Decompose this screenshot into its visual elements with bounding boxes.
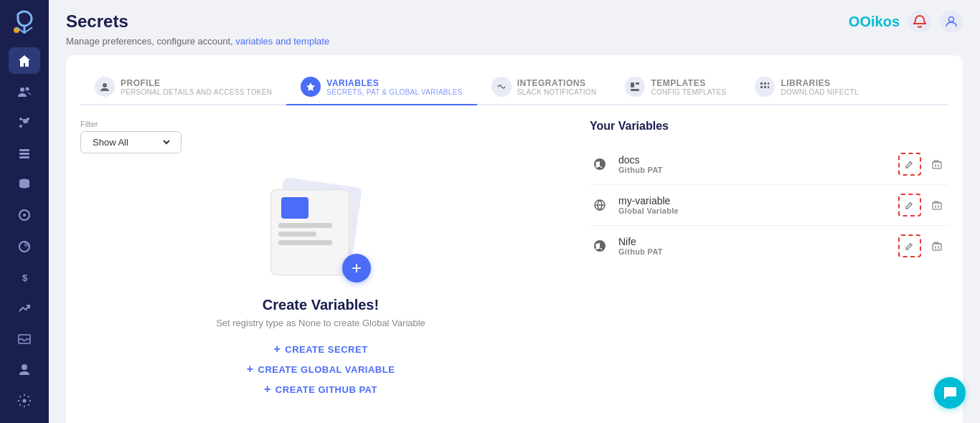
filter-select-wrapper[interactable]: Show All Secrets Global Variables Github… xyxy=(80,131,182,153)
user-avatar[interactable] xyxy=(940,10,963,33)
tab-variables[interactable]: VARIABLES SECRETS, PAT & GLOBAL VARIABLE… xyxy=(286,70,476,105)
sidebar-item-git[interactable] xyxy=(9,109,40,136)
sidebar-item-home[interactable] xyxy=(9,47,40,74)
sidebar-item-dollar[interactable]: $ xyxy=(9,264,40,290)
create-secret-button[interactable]: + CREATE SECRET xyxy=(273,343,367,356)
create-global-label: CREATE GLOBAL VARIABLE xyxy=(258,364,395,375)
svg-rect-26 xyxy=(768,86,769,88)
tab-libraries-label: LIBRARIES xyxy=(781,78,858,88)
tab-profile-label: PROFILE xyxy=(121,78,272,88)
svg-rect-30 xyxy=(933,203,941,209)
svg-point-16 xyxy=(103,83,107,87)
sidebar: $ xyxy=(0,0,49,423)
page-title: Secrets xyxy=(66,11,128,32)
subtitle-link[interactable]: variables and template xyxy=(235,36,329,47)
filter-label: Filter xyxy=(80,120,182,128)
plus-icon-secret: + xyxy=(273,343,281,356)
svg-point-14 xyxy=(23,399,27,403)
doc-illustration: + xyxy=(263,182,378,282)
variable-type-docs: Github PAT xyxy=(618,166,898,174)
brand-o: O xyxy=(849,14,860,29)
sidebar-item-trending[interactable] xyxy=(9,295,40,321)
main-card: PROFILE PERSONAL DETAILS AND ACCESS TOKE… xyxy=(66,55,963,423)
svg-rect-23 xyxy=(768,82,769,85)
sidebar-item-layers[interactable] xyxy=(9,141,40,167)
svg-rect-24 xyxy=(760,86,763,88)
tab-variables-icon xyxy=(301,77,321,97)
variable-item-docs: docs Github PAT xyxy=(590,144,948,185)
sidebar-item-users[interactable] xyxy=(9,357,40,384)
sidebar-item-database[interactable] xyxy=(9,171,40,198)
plus-icon-github: + xyxy=(264,383,271,396)
svg-rect-32 xyxy=(933,244,941,250)
logo[interactable] xyxy=(9,9,39,36)
svg-point-5 xyxy=(19,125,22,128)
variable-name-my-variable: my-variable xyxy=(618,195,898,206)
tab-libraries-icon xyxy=(755,77,775,97)
create-github-pat-button[interactable]: + CREATE GITHUB PAT xyxy=(264,383,377,396)
notification-bell[interactable] xyxy=(908,10,931,33)
plus-icon-global: + xyxy=(247,363,254,376)
tab-variables-label: VARIABLES xyxy=(326,78,462,88)
doc-line-2 xyxy=(278,232,316,237)
svg-rect-25 xyxy=(764,86,766,88)
filter-group: Filter Show All Secrets Global Variables… xyxy=(80,120,182,153)
edit-button-my-variable[interactable] xyxy=(898,194,921,217)
svg-rect-6 xyxy=(19,149,29,151)
tab-profile-icon xyxy=(95,77,115,97)
variable-name-nife: Nife xyxy=(618,236,898,247)
tab-templates-icon xyxy=(625,77,645,97)
sidebar-item-location[interactable] xyxy=(9,202,40,229)
plus-circle-icon: + xyxy=(342,254,371,282)
create-title: Create Variables! xyxy=(263,297,379,313)
tab-profile-sub: PERSONAL DETAILS AND ACCESS TOKEN xyxy=(121,88,272,96)
tab-libraries[interactable]: LIBRARIES DOWNLOAD NIFECTL xyxy=(740,70,872,105)
svg-rect-21 xyxy=(760,82,763,85)
doc-front xyxy=(270,189,349,275)
github-icon-docs xyxy=(590,154,610,174)
create-github-label: CREATE GITHUB PAT xyxy=(275,384,377,395)
sidebar-item-chart[interactable] xyxy=(9,233,40,260)
tab-templates[interactable]: TEMPLATES CONFIG TEMPLATES xyxy=(611,70,740,105)
delete-button-docs[interactable] xyxy=(925,153,948,176)
variable-item-my-variable: my-variable Global Variable xyxy=(590,185,948,226)
doc-blue-rect xyxy=(281,197,308,219)
left-panel: Filter Show All Secrets Global Variables… xyxy=(80,120,561,417)
tab-integrations-icon xyxy=(491,77,512,97)
tab-integrations[interactable]: INTEGRATIONS SLACK NOTIFICATION xyxy=(477,70,611,105)
tab-profile[interactable]: PROFILE PERSONAL DETAILS AND ACCESS TOKE… xyxy=(80,70,286,105)
svg-text:$: $ xyxy=(22,272,28,283)
sidebar-item-inbox[interactable] xyxy=(9,326,40,353)
github-icon-nife xyxy=(590,236,610,256)
tab-integrations-label: INTEGRATIONS xyxy=(517,78,597,88)
content-layout: Filter Show All Secrets Global Variables… xyxy=(80,120,948,417)
doc-line-3 xyxy=(278,240,332,245)
variable-type-my-variable: Global Variable xyxy=(618,206,898,215)
create-secret-label: CREATE SECRET xyxy=(285,344,367,355)
tab-templates-sub: CONFIG TEMPLATES xyxy=(651,88,726,96)
header-right: OOikos xyxy=(849,10,963,33)
svg-rect-18 xyxy=(631,82,634,87)
page-body: PROFILE PERSONAL DETAILS AND ACCESS TOKE… xyxy=(49,55,980,423)
chat-bubble[interactable] xyxy=(934,377,966,409)
sidebar-item-settings[interactable] xyxy=(9,388,40,414)
svg-rect-7 xyxy=(19,153,29,155)
tabs-bar: PROFILE PERSONAL DETAILS AND ACCESS TOKE… xyxy=(80,70,948,105)
edit-button-nife[interactable] xyxy=(898,234,921,257)
svg-rect-22 xyxy=(764,82,766,85)
delete-button-my-variable[interactable] xyxy=(925,194,948,217)
right-panel: Your Variables docs Github PAT xyxy=(590,120,948,417)
svg-point-1 xyxy=(20,87,24,92)
svg-point-15 xyxy=(949,17,954,22)
sidebar-item-team[interactable] xyxy=(9,78,40,105)
edit-button-docs[interactable] xyxy=(898,153,921,176)
brand-text: Oikos xyxy=(859,14,900,29)
filter-dropdown[interactable]: Show All Secrets Global Variables Github… xyxy=(90,136,172,148)
create-global-variable-button[interactable]: + CREATE GLOBAL VARIABLE xyxy=(247,363,395,376)
variable-item-nife: Nife Github PAT xyxy=(590,226,948,266)
doc-line-1 xyxy=(278,223,332,228)
variable-name-docs: docs xyxy=(618,154,898,166)
tab-integrations-sub: SLACK NOTIFICATION xyxy=(517,88,597,96)
delete-button-nife[interactable] xyxy=(925,234,948,257)
variable-type-nife: Github PAT xyxy=(618,247,898,256)
